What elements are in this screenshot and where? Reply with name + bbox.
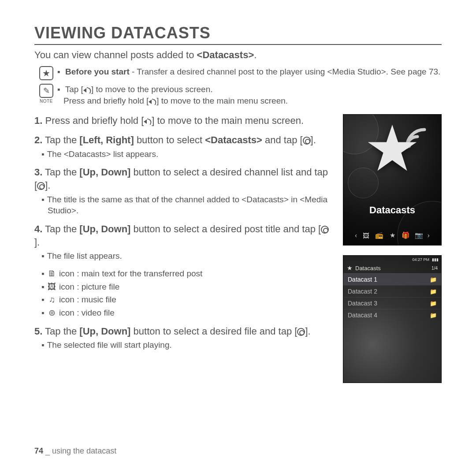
step4-c: ]. bbox=[34, 237, 40, 248]
device2-title: Datacasts bbox=[355, 265, 429, 271]
callout-before: ▪ Before you start - Transfer a desired … bbox=[54, 66, 440, 78]
list-item-label: Datacast 1 bbox=[348, 276, 377, 283]
step2-bold2: <Datacasts> bbox=[205, 134, 262, 145]
step5-bold: [Up, Down] bbox=[79, 326, 130, 337]
step4-num: 4. bbox=[34, 223, 42, 234]
list-item-label: Datacast 3 bbox=[348, 300, 377, 307]
step3-a: Tap the bbox=[42, 167, 79, 178]
footer-sep: _ bbox=[43, 446, 52, 455]
legend-text: icon : main text for the transferred pos… bbox=[59, 269, 202, 278]
step2-num: 2. bbox=[34, 134, 42, 145]
target-icon bbox=[321, 226, 329, 234]
callout-note: ▪ Tap [] to move to the previous screen.… bbox=[54, 84, 288, 106]
star-icon: ★ bbox=[39, 66, 53, 80]
picture-nav-icon: 🖼 bbox=[361, 232, 370, 239]
device-screenshot-list: 04:27 PM ▮▮▮ ★ Datacasts 1/4 Datacast 1 … bbox=[343, 255, 442, 383]
legend-music: icon : music file bbox=[59, 295, 116, 304]
step3-c: ]. bbox=[45, 180, 50, 191]
step4-b: button to select a desired post title an… bbox=[130, 223, 321, 234]
icon-legend-music: ▪♫ icon : music file bbox=[34, 294, 332, 305]
radio-nav-icon: 📻 bbox=[375, 232, 383, 239]
document-icon: 🗎 bbox=[47, 268, 57, 279]
device1-nav: ‹ 🖼 📻 ★ 🎁 📷 › bbox=[343, 232, 441, 239]
legend-video: icon : video file bbox=[59, 308, 115, 317]
note-l2b: ] to move to the main menu screen. bbox=[156, 96, 288, 105]
picture-icon: 🖼 bbox=[47, 281, 57, 293]
status-bar: 04:27 PM ▮▮▮ bbox=[343, 256, 441, 264]
step5-a: Tap the bbox=[42, 326, 79, 337]
step5-sub: ▪The selected file will start playing. bbox=[34, 339, 332, 351]
step2-bold: [Left, Right] bbox=[79, 134, 134, 145]
camera-nav-icon: 📷 bbox=[414, 232, 423, 239]
step2-b: button to select bbox=[134, 134, 205, 145]
note-l1b: ] to move to the previous screen. bbox=[91, 85, 213, 94]
device-screenshot-main: Datacasts ‹ 🖼 📻 ★ 🎁 📷 › bbox=[343, 114, 442, 245]
svg-marker-1 bbox=[368, 125, 416, 171]
battery-icon: ▮▮▮ bbox=[432, 257, 439, 262]
step-2: 2. Tap the [Left, Right] button to selec… bbox=[34, 134, 332, 160]
list-item-label: Datacast 4 bbox=[348, 312, 377, 319]
star-large-icon bbox=[366, 122, 419, 175]
step1-num: 1. bbox=[34, 115, 42, 126]
list-item[interactable]: Datacast 4 📁 bbox=[343, 309, 441, 321]
list-item[interactable]: Datacast 3 📁 bbox=[343, 297, 441, 309]
list-item[interactable]: Datacast 2 📁 bbox=[343, 285, 441, 297]
step5-num: 5. bbox=[34, 326, 42, 337]
note-label: NOTE bbox=[39, 99, 54, 104]
chevron-right-icon: › bbox=[428, 232, 430, 239]
step2-c: and tap [ bbox=[262, 134, 303, 145]
back-arrow-icon bbox=[83, 87, 91, 93]
note-icon: ✎ bbox=[39, 84, 53, 98]
step2-sub: ▪The <Datacasts> list appears. bbox=[34, 149, 332, 160]
step1-b: ] to move to the main menu screen. bbox=[152, 115, 304, 126]
device2-header: ★ Datacasts 1/4 bbox=[343, 264, 441, 273]
step4-sub: ▪The file list appears. bbox=[34, 250, 332, 262]
step-3: 3. Tap the [Up, Down] button to select a… bbox=[34, 166, 332, 216]
step3-bold: [Up, Down] bbox=[79, 167, 130, 178]
note-l1a: Tap [ bbox=[65, 85, 83, 94]
before-bold: Before you start bbox=[65, 67, 130, 76]
step5-c: ]. bbox=[305, 326, 310, 337]
list-item-label: Datacast 2 bbox=[348, 288, 377, 295]
step-1: 1. Press and briefly hold [] to move to … bbox=[34, 114, 332, 127]
before-rest: - Transfer a desired channel post to the… bbox=[130, 67, 441, 76]
icon-legend-pic: ▪🖼 icon : picture file bbox=[34, 281, 332, 293]
step4-sub-text: The file list appears. bbox=[47, 251, 122, 260]
folder-icon: 📁 bbox=[430, 276, 437, 283]
step4-a: Tap the bbox=[42, 223, 79, 234]
folder-icon: 📁 bbox=[430, 312, 437, 319]
page-title: VIEWING DATACASTS bbox=[34, 24, 442, 45]
folder-icon: 📁 bbox=[430, 288, 437, 295]
page-footer: 74 _ using the datacast bbox=[34, 446, 116, 456]
music-icon: ♫ bbox=[47, 294, 57, 305]
legend-pic: icon : picture file bbox=[59, 282, 119, 291]
intro-bold: <Datacasts> bbox=[197, 49, 254, 60]
intro-line: You can view channel posts added to <Dat… bbox=[34, 49, 442, 61]
step3-num: 3. bbox=[34, 167, 42, 178]
chevron-left-icon: ‹ bbox=[355, 232, 357, 239]
step5-b: button to select a desired file and tap … bbox=[130, 326, 297, 337]
back-arrow-icon bbox=[149, 98, 156, 104]
target-icon bbox=[37, 182, 45, 190]
target-icon bbox=[297, 328, 305, 336]
star-nav-icon: ★ bbox=[388, 232, 397, 239]
step1-a: Press and briefly hold [ bbox=[42, 115, 144, 126]
step5-sub-text: The selected file will start playing. bbox=[47, 340, 172, 350]
step-5: 5. Tap the [Up, Down] button to select a… bbox=[34, 325, 332, 351]
note-l2a: Press and briefly hold [ bbox=[63, 96, 149, 105]
list-item[interactable]: Datacast 1 📁 bbox=[343, 273, 441, 285]
step3-sub-text: The title is the same as that of the cha… bbox=[47, 195, 327, 216]
intro-pre: You can view channel posts added to bbox=[34, 49, 197, 60]
step-4: 4. Tap the [Up, Down] button to select a… bbox=[34, 223, 332, 262]
device1-label: Datacasts bbox=[343, 205, 441, 216]
footer-section: using the datacast bbox=[52, 446, 116, 455]
target-icon bbox=[303, 137, 311, 145]
step2-a: Tap the bbox=[42, 134, 79, 145]
back-arrow-icon bbox=[144, 118, 152, 124]
star-small-icon: ★ bbox=[347, 264, 353, 271]
intro-post: . bbox=[254, 49, 257, 60]
video-icon: ⊚ bbox=[47, 307, 57, 319]
step2-d: ]. bbox=[311, 134, 316, 145]
status-time: 04:27 PM bbox=[412, 257, 429, 262]
icon-legend-video: ▪⊚ icon : video file bbox=[34, 307, 332, 319]
